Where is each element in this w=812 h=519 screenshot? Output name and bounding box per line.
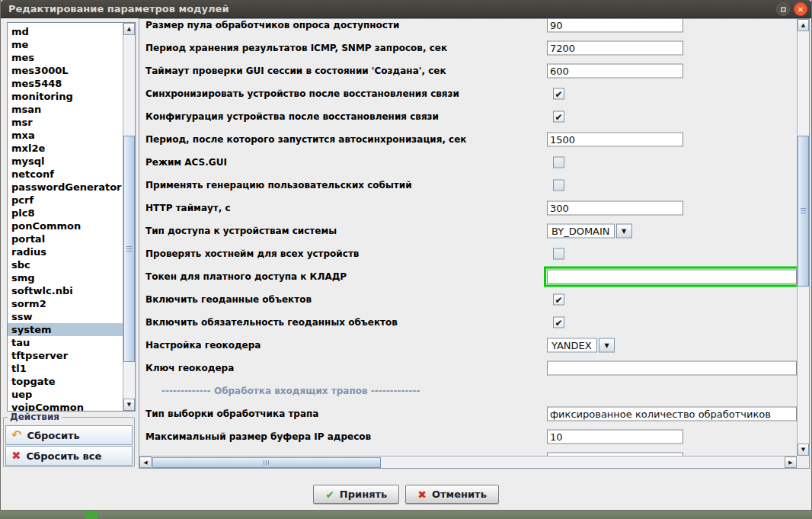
scroll-down-icon[interactable]: ▼ [123,399,135,411]
module-list-item[interactable]: topgate [8,375,123,388]
scroll-right-icon[interactable]: ▶ [785,457,797,468]
param-input[interactable] [547,133,683,147]
params-viewport: Размер пула обработчиков опроса доступно… [139,19,797,456]
param-checkbox[interactable] [553,180,564,191]
param-input[interactable] [547,64,683,78]
module-list-item[interactable]: netconf [8,168,123,181]
param-input[interactable] [547,19,683,33]
module-list-item[interactable]: mysql [8,155,123,168]
module-list-item[interactable]: md [8,25,123,38]
module-list-item[interactable]: smg [8,271,123,284]
chevron-down-icon[interactable]: ▼ [616,224,632,239]
accept-button[interactable]: ✔ Принять [313,485,399,504]
params-panel: Размер пула обработчиков опроса доступно… [139,18,810,469]
param-control [547,430,683,444]
footer-button-bar: ✔ Принять ✖ Отменить [1,485,811,504]
module-list-item[interactable]: voipCommon [8,401,123,411]
param-checkbox[interactable]: ✔ [553,111,564,123]
param-checkbox[interactable] [553,157,564,168]
param-row: Период хранения результатов ICMP, SNMP з… [139,37,797,59]
module-list-item[interactable]: ponCommon [8,219,123,232]
module-list-item[interactable]: sorm2 [8,297,123,310]
param-input[interactable] [547,430,683,444]
param-input[interactable] [547,407,797,421]
green-check-icon: ✔ [325,489,334,501]
param-checkbox[interactable] [553,248,564,260]
param-row: Размер пула обработчиков опроса доступно… [139,19,797,37]
scrollbar-thumb[interactable] [798,136,809,287]
scrollbar-thumb[interactable] [123,136,135,362]
module-list-item[interactable]: ssw [8,310,123,323]
close-button[interactable]: ✕ [794,2,807,16]
param-checkbox[interactable]: ✔ [553,88,564,100]
module-list-item[interactable]: radius [8,245,123,258]
param-control: ✔ [547,294,564,306]
param-input[interactable] [547,201,683,216]
module-list-item[interactable]: pcrf [8,194,123,207]
param-label: Ключ геокодера [145,363,234,373]
scrollbar-thumb[interactable] [152,457,381,468]
module-list-item[interactable]: msan [8,103,123,116]
module-list-item[interactable]: mes5448 [8,77,123,90]
module-list-item[interactable]: msr [8,116,123,129]
red-x-icon: ✖ [11,450,21,461]
maximize-icon [781,7,786,12]
param-control [547,157,564,168]
reset-all-button[interactable]: ✖ Сбросить все [5,446,133,466]
param-label: Настройка геокодера [145,340,261,351]
param-control [547,64,683,78]
param-input[interactable] [547,361,797,376]
module-list-item[interactable]: tau [8,336,123,349]
module-list: mdmemesmes3000Lmes5448monitoringmsanmsrm… [7,22,136,412]
module-list-item[interactable]: tftpserver [8,349,123,362]
param-row: Настройка геокодераYANDEX▼ [139,334,797,357]
module-list-item[interactable]: passwordGenerator [8,181,123,194]
module-list-item[interactable]: mxl2e [8,142,123,155]
module-list-scrollbar: ▲ ▼ [123,23,135,411]
param-row: Применять генерацию пользовательских соб… [139,174,797,197]
scroll-down-icon[interactable]: ▼ [798,444,809,456]
chevron-down-icon[interactable]: ▼ [599,338,615,353]
module-list-item[interactable]: monitoring [8,90,123,103]
maximize-button[interactable] [776,2,790,16]
combo-value[interactable]: YANDEX [547,338,597,353]
param-row: Режим ACS.GUI [139,151,797,174]
module-list-item[interactable]: mes [8,51,123,64]
module-list-item[interactable]: mes3000L [8,64,123,77]
section-header: ------------- Обработка входящих трапов … [161,386,420,396]
dialog-window: Редактирование параметров модулей ✕ mdme… [0,0,812,519]
module-list-item[interactable]: tl1 [8,362,123,375]
window-title: Редактирование параметров модулей [1,0,811,18]
param-control: ✔ [547,317,564,328]
param-control: ✔ [547,88,564,100]
cancel-button[interactable]: ✖ Отменить [405,485,499,504]
scroll-up-icon[interactable]: ▲ [123,23,135,35]
module-list-item[interactable]: sbc [8,258,123,271]
param-label: Включить геоданные объектов [145,294,312,305]
module-list-item[interactable]: me [8,38,123,51]
module-list-item[interactable]: system [8,323,123,336]
param-control [547,19,683,33]
param-checkbox[interactable]: ✔ [553,317,564,328]
module-list-item[interactable]: portal [8,232,123,245]
module-list-item[interactable]: plc8 [8,207,123,219]
param-control [547,248,564,260]
scroll-left-icon[interactable]: ◀ [139,457,152,468]
red-x-icon: ✖ [417,489,427,501]
param-checkbox[interactable]: ✔ [553,294,564,306]
accept-button-label: Принять [340,489,387,500]
param-control [547,267,797,287]
param-input[interactable] [547,41,683,56]
module-list-item[interactable]: mxa [8,129,123,142]
reset-button[interactable]: ↶ Сбросить [5,425,133,445]
combo-value[interactable]: BY_DOMAIN [547,224,615,239]
titlebar[interactable]: Редактирование параметров модулей ✕ [1,0,811,18]
param-row: Синхронизировать устройство после восста… [139,82,797,105]
module-list-item[interactable]: softwlc.nbi [8,284,123,297]
desktop-strip-accent [85,511,98,519]
scroll-up-icon[interactable]: ▲ [798,19,809,31]
param-row: HTTP таймаут, с [139,197,797,219]
param-input[interactable] [547,270,797,284]
param-label: Режим ACS.GUI [145,157,227,168]
module-list-item[interactable]: uep [8,388,123,401]
